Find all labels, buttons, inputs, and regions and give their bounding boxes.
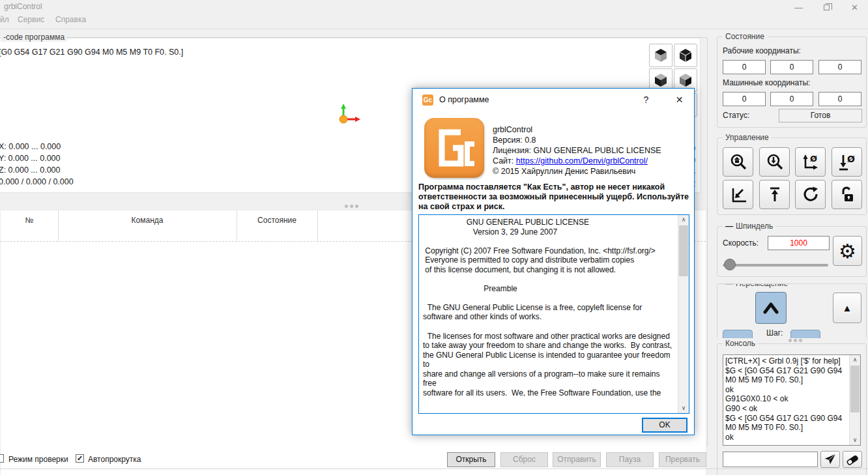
search-probe-icon [766, 153, 784, 171]
table-header-number[interactable]: № [1, 216, 58, 225]
console-send-button[interactable] [820, 451, 840, 468]
jog-x-minus-button[interactable] [723, 330, 753, 338]
console-group: Консоль [CTRL+X] < Grbl 0.9j ['$' for he… [717, 343, 867, 475]
eraser-icon [845, 452, 860, 467]
viewport-stats: X: 0.000 ... 0.000 Y: 0.000 ... 0.000 Z:… [0, 142, 74, 189]
license-text: GNU GENERAL PUBLIC LICENSE Version 3, 29… [423, 218, 674, 397]
paper-plane-icon [823, 452, 837, 467]
dialog-titlebar[interactable]: Gc О программе ? ✕ [412, 89, 694, 111]
spindle-toggle-button[interactable]: ⚙ [833, 236, 862, 266]
console-line: $G < [G0 G54 G17 G21 G90 G94 M0 M5 M9 T0… [725, 366, 848, 385]
svg-text:Ø: Ø [847, 154, 855, 164]
speed-slider-track[interactable] [723, 264, 828, 266]
status-value: Готов [779, 109, 862, 122]
zero-z-button[interactable]: Ø [832, 147, 862, 177]
menu-service[interactable]: Сервис [18, 15, 44, 24]
jog-z-plus-button[interactable]: ▲ [833, 293, 861, 323]
safe-z-icon [766, 186, 784, 204]
cube-front-icon [653, 72, 669, 88]
table-header-command[interactable]: Команда [58, 216, 237, 225]
close-button[interactable]: ✕ [840, 0, 868, 14]
console-line: G90 < ok [725, 404, 848, 414]
machine-x-field[interactable]: 0 [723, 92, 766, 106]
gc-logo-icon [424, 118, 484, 178]
gear-icon: ⚙ [839, 240, 856, 263]
restore-button[interactable] [812, 0, 841, 14]
unlock-button[interactable] [832, 180, 862, 209]
zero-xy-button[interactable]: Ø [795, 147, 826, 177]
cube-side-icon [678, 72, 693, 88]
stat-z: Z: 0.000 ... 0.000 [0, 166, 74, 177]
site-link[interactable]: https://github.com/Denvi/grblControl/ [516, 156, 648, 166]
table-header-state[interactable]: Состояние [237, 216, 317, 225]
check-mode-label[interactable]: Режим проверки [8, 455, 68, 464]
scroll-up-icon[interactable]: ∧ [678, 215, 689, 225]
license-textarea[interactable]: GNU GENERAL PUBLIC LICENSE Version 3, 29… [418, 214, 689, 414]
collapse-icon[interactable]: — [725, 283, 733, 288]
console-command-input[interactable] [723, 452, 818, 467]
ok-button[interactable]: OK [642, 418, 687, 433]
zero-z-icon: Ø [837, 153, 857, 171]
z-probe-button[interactable] [759, 147, 790, 177]
state-group-label: Состояние [723, 32, 767, 41]
open-button[interactable]: Открыть [447, 452, 495, 467]
view-top-button[interactable] [649, 44, 673, 67]
menu-separator [0, 29, 868, 29]
control-group: Управление Ø Ø [717, 137, 867, 215]
work-z-field[interactable]: 0 [818, 60, 861, 74]
console-output[interactable]: [CTRL+X] < Grbl 0.9j ['$' for help] $G <… [723, 354, 861, 446]
menu-help[interactable]: Справка [55, 15, 86, 24]
reset-button[interactable] [795, 180, 826, 209]
work-x-field[interactable]: 0 [723, 60, 766, 74]
safe-position-button[interactable] [759, 180, 790, 209]
stat-dimensions: 0.000 / 0.000 / 0.000 [0, 177, 74, 189]
scroll-down-icon[interactable]: ∨ [850, 435, 860, 445]
dialog-help-button[interactable]: ? [631, 89, 661, 111]
jog-group: —Перемещение ▲ Шаг: [717, 283, 867, 338]
console-clear-button[interactable] [843, 451, 862, 468]
autoscroll-label[interactable]: Автопрокрутка [88, 455, 141, 464]
scroll-up-icon[interactable]: ∧ [850, 355, 860, 365]
view-isometric-button[interactable] [674, 44, 697, 67]
license-scrollbar[interactable]: ∧ ∨ [678, 215, 689, 413]
console-group-label: Консоль [723, 339, 758, 348]
scroll-down-icon[interactable]: ∨ [678, 403, 689, 413]
cube-solid-icon [678, 48, 693, 63]
restore-origin-button[interactable] [723, 180, 753, 209]
autoscroll-checkbox[interactable]: ✓ [76, 454, 84, 463]
reset-file-button[interactable]: Сброс [500, 452, 548, 467]
machine-coords-label: Машинные координаты: [723, 78, 810, 87]
status-label: Статус: [723, 111, 749, 120]
speed-label: Скорость: [723, 238, 759, 248]
scrollbar-thumb[interactable] [679, 225, 688, 276]
vertical-splitter-handle[interactable] [343, 201, 363, 205]
spindle-group-label: —Шпиндель [723, 222, 775, 231]
pause-button[interactable]: Пауза [606, 452, 654, 467]
table-grid-line [58, 210, 59, 241]
restore-origin-icon [729, 186, 747, 204]
jog-y-plus-button[interactable] [755, 292, 787, 324]
machine-z-field[interactable]: 0 [818, 92, 861, 106]
gcode-group-label: -code программа [1, 33, 67, 42]
disclaimer-text: Программа поставляется "Как Есть", автор… [418, 182, 692, 211]
console-scrollbar[interactable]: ∧ ∨ [849, 355, 860, 445]
home-button[interactable] [723, 147, 753, 177]
minimize-button[interactable]: — [784, 0, 813, 14]
speed-slider-handle[interactable] [724, 259, 736, 270]
window-title: grblControl [4, 2, 42, 11]
table-grid-line [237, 210, 237, 241]
right-splitter-handle[interactable] [787, 335, 807, 339]
abort-button[interactable]: Прервать [659, 452, 706, 467]
send-button[interactable]: Отправить [553, 452, 601, 467]
collapse-icon[interactable]: — [725, 222, 733, 231]
machine-y-field[interactable]: 0 [770, 92, 813, 106]
menu-file[interactable]: йл [0, 15, 9, 24]
dialog-close-button[interactable]: ✕ [665, 89, 694, 111]
scrollbar-thumb[interactable] [850, 366, 860, 412]
work-y-field[interactable]: 0 [770, 60, 813, 74]
table-grid-line [317, 210, 318, 241]
check-mode-checkbox[interactable] [0, 454, 4, 463]
speed-input[interactable]: 1000 [768, 236, 830, 250]
triangle-up-icon: ▲ [843, 302, 852, 313]
about-dialog: Gc О программе ? ✕ grblControl Версия: 0… [412, 88, 695, 435]
